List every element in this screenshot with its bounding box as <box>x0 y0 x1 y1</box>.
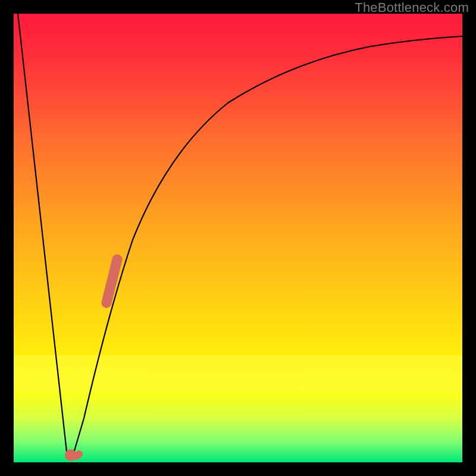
bottleneck-curve <box>18 14 462 459</box>
chart-svg <box>14 14 462 462</box>
coral-marker-hook <box>71 454 79 457</box>
watermark-text: TheBottleneck.com <box>355 0 469 15</box>
chart-frame: TheBottleneck.com <box>0 0 476 476</box>
